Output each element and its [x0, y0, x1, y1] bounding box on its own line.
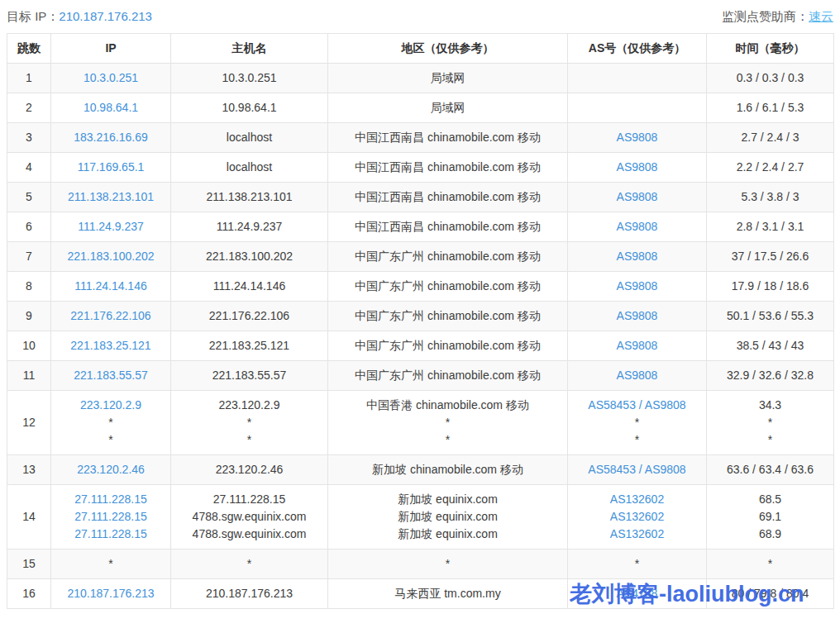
region-cell: 局域网 — [328, 64, 568, 93]
table-row: 7221.183.100.202221.183.100.202中国广东广州 ch… — [7, 242, 834, 272]
asn-cell-link[interactable]: AS9808 — [571, 218, 703, 236]
asn-cell-link[interactable]: AS132602 — [571, 508, 703, 526]
ip-cell: 10.3.0.251 — [51, 64, 171, 93]
hostname-cell-text: * — [174, 414, 324, 431]
hostname-cell: 111.24.14.146 — [171, 272, 328, 302]
header-ip: IP — [51, 34, 171, 64]
hostname-cell-text: 4788.sgw.equinix.com — [174, 508, 324, 526]
time-cell-text: 69.1 — [710, 508, 830, 526]
region-cell: 中国江西南昌 chinamobile.com 移动 — [328, 153, 568, 183]
table-row: 8111.24.14.146111.24.14.146中国广东广州 chinam… — [7, 272, 834, 302]
hostname-cell: 223.120.2.46 — [171, 455, 328, 485]
ip-cell-link[interactable]: 221.183.100.202 — [55, 248, 167, 265]
ip-cell-link[interactable]: 117.169.65.1 — [55, 159, 167, 176]
asn-cell-link[interactable]: AS132602 — [571, 491, 703, 508]
time-cell-text: 32.9 / 32.6 / 32.8 — [710, 367, 830, 384]
ip-cell-link[interactable]: 10.3.0.251 — [55, 69, 167, 87]
ip-cell-link[interactable]: 10.98.64.1 — [55, 99, 167, 117]
asn-cell: AS9808 — [568, 272, 707, 302]
asn-cell-link[interactable]: AS9808 — [571, 337, 703, 354]
hostname-cell-text: 4788.sgw.equinix.com — [174, 526, 324, 543]
ip-cell: 210.187.176.213 — [51, 579, 171, 609]
asn-cell-link[interactable]: AS9808 — [571, 278, 703, 295]
target-ip-label: 目标 IP： — [7, 9, 59, 23]
asn-cell-link[interactable]: AS9808 — [571, 129, 703, 146]
hostname-cell-text: * — [174, 431, 324, 449]
asn-cell-link[interactable]: AS9808 — [571, 367, 703, 384]
ip-cell-link[interactable]: 221.183.55.57 — [55, 367, 167, 384]
region-cell: 中国香港 chinamobile.com 移动** — [328, 391, 568, 455]
region-cell: 新加坡 chinamobile.com 移动 — [328, 455, 568, 485]
hop-cell: 9 — [7, 302, 51, 331]
time-cell: 2.7 / 2.4 / 3 — [707, 123, 834, 153]
table-row: 4117.169.65.1localhost中国江西南昌 chinamobile… — [7, 153, 834, 183]
asn-cell-link[interactable]: AS9808 — [571, 307, 703, 325]
region-cell: * — [328, 550, 568, 579]
asn-cell-link[interactable]: AS58453 / AS9808 — [571, 397, 703, 414]
hostname-cell-text: 27.111.228.15 — [174, 491, 324, 508]
target-ip-link[interactable]: 210.187.176.213 — [59, 9, 152, 23]
table-row: 10221.183.25.121221.183.25.121中国广东广州 chi… — [7, 331, 834, 361]
hostname-cell-text: 223.120.2.9 — [174, 397, 324, 414]
ip-cell: 223.120.2.46 — [51, 455, 171, 485]
region-cell-text: 新加坡 equinix.com — [332, 508, 564, 526]
time-cell: 37 / 17.5 / 26.6 — [707, 242, 834, 272]
ip-cell-link[interactable]: 210.187.176.213 — [55, 585, 167, 602]
hop-cell: 4 — [7, 153, 51, 183]
region-cell: 局域网 — [328, 93, 568, 123]
table-row: 9221.176.22.106221.176.22.106中国广东广州 chin… — [7, 302, 834, 331]
hostname-cell: 10.98.64.1 — [171, 93, 328, 123]
asn-cell: AS9808 — [568, 361, 707, 391]
ip-cell-link[interactable]: 111.24.14.146 — [55, 278, 167, 295]
asn-cell-link[interactable]: AS58453 / AS9808 — [571, 461, 703, 478]
ip-cell-link[interactable]: 211.138.213.101 — [55, 188, 167, 206]
time-cell-text: 2.7 / 2.4 / 3 — [710, 129, 830, 146]
hostname-cell-text: localhost — [174, 129, 324, 146]
time-cell-text: 1.6 / 6.1 / 5.3 — [710, 99, 830, 117]
ip-cell-link[interactable]: 27.111.228.15 — [55, 508, 167, 526]
hostname-cell: localhost — [171, 153, 328, 183]
time-cell-text: * — [710, 431, 830, 449]
ip-cell: 10.98.64.1 — [51, 93, 171, 123]
ip-cell-link[interactable]: 111.24.9.237 — [55, 218, 167, 236]
hostname-cell-text: * — [174, 555, 324, 573]
hop-cell-text: 14 — [11, 508, 47, 526]
time-cell-text: 38.5 / 43 / 43 — [710, 337, 830, 354]
hop-cell-text: 2 — [11, 99, 47, 117]
asn-cell: AS9808 — [568, 331, 707, 361]
region-cell-text: * — [332, 414, 564, 431]
hop-cell: 13 — [7, 455, 51, 485]
time-cell-text: 68.5 — [710, 491, 830, 508]
ip-cell: 221.183.55.57 — [51, 361, 171, 391]
region-cell-text: 中国广东广州 chinamobile.com 移动 — [332, 248, 564, 265]
hostname-cell-text: 10.3.0.251 — [174, 69, 324, 87]
ip-cell: 221.183.25.121 — [51, 331, 171, 361]
ip-cell-link[interactable]: 221.183.25.121 — [55, 337, 167, 354]
hop-cell-text: 10 — [11, 337, 47, 354]
asn-cell: AS9808 — [568, 212, 707, 242]
region-cell-text: * — [332, 431, 564, 449]
hop-cell-text: 8 — [11, 278, 47, 295]
hop-cell: 5 — [7, 183, 51, 212]
asn-cell-link[interactable]: AS9808 — [571, 188, 703, 206]
ip-cell-link[interactable]: 27.111.228.15 — [55, 491, 167, 508]
ip-cell-link[interactable]: 221.176.22.106 — [55, 307, 167, 325]
ip-cell-link[interactable]: 27.111.228.15 — [55, 526, 167, 543]
ip-cell-link[interactable]: 183.216.16.69 — [55, 129, 167, 146]
asn-cell-link[interactable]: AS132602 — [571, 526, 703, 543]
ip-cell-link[interactable]: 223.120.2.46 — [55, 461, 167, 478]
asn-cell-link[interactable]: AS4788 — [571, 585, 703, 602]
region-cell-text: 中国广东广州 chinamobile.com 移动 — [332, 337, 564, 354]
asn-cell: AS9808 — [568, 123, 707, 153]
sponsor-link[interactable]: 速云 — [809, 9, 833, 23]
ip-cell-link[interactable]: 223.120.2.9 — [55, 397, 167, 414]
hostname-cell: 111.24.9.237 — [171, 212, 328, 242]
table-header: 跳数 IP 主机名 地区（仅供参考） AS号（仅供参考） 时间（毫秒） — [7, 34, 834, 64]
asn-cell-link[interactable]: AS9808 — [571, 248, 703, 265]
table-row: 1427.111.228.1527.111.228.1527.111.228.1… — [7, 485, 834, 550]
asn-cell-link[interactable]: AS9808 — [571, 159, 703, 176]
hostname-cell-text: 221.183.55.57 — [174, 367, 324, 384]
asn-cell: AS4788 — [568, 579, 707, 609]
time-cell: 17.9 / 18 / 18.6 — [707, 272, 834, 302]
time-cell-text: 34.3 — [710, 397, 830, 414]
